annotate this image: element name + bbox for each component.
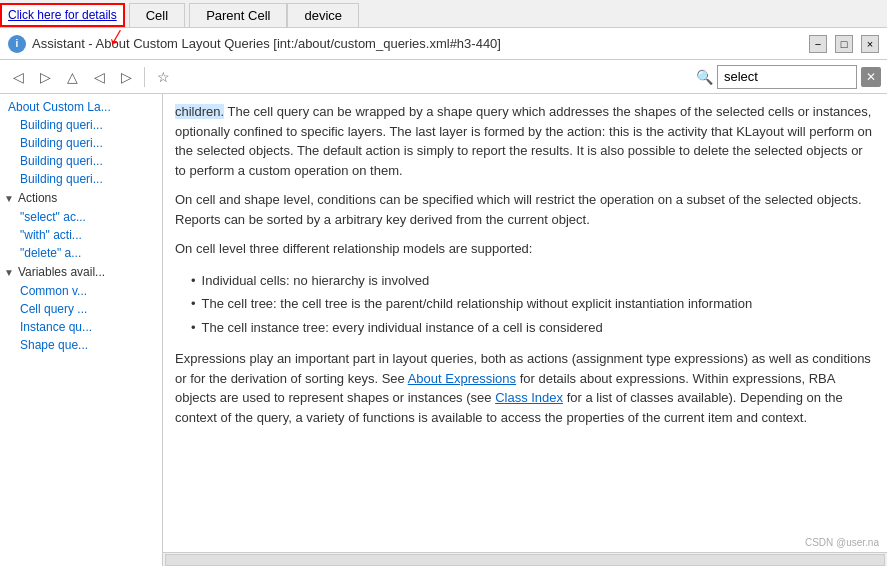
search-icon: 🔍 bbox=[696, 69, 713, 85]
toolbar: ◁ ▷ △ ◁ ▷ ☆ 🔍 ✕ bbox=[0, 60, 887, 94]
about-expressions-link[interactable]: About Expressions bbox=[408, 371, 516, 386]
tab-parent-cell[interactable]: Parent Cell bbox=[189, 3, 287, 27]
close-button[interactable]: × bbox=[861, 35, 879, 53]
sidebar-item-instance[interactable]: Instance qu... bbox=[0, 318, 162, 336]
search-area: 🔍 ✕ bbox=[696, 65, 881, 89]
expand-arrow2-icon: ▼ bbox=[4, 267, 14, 278]
sidebar-item-cell-query[interactable]: Cell query ... bbox=[0, 300, 162, 318]
sidebar-item-with[interactable]: "with" acti... bbox=[0, 226, 162, 244]
content-para3: On cell level three different relationsh… bbox=[175, 239, 875, 259]
sidebar-item-shape[interactable]: Shape que... bbox=[0, 336, 162, 354]
main-layout: About Custom La... Building queri... Bui… bbox=[0, 94, 887, 566]
tab-device[interactable]: device bbox=[287, 3, 359, 27]
top-tab-bar: Click here for details Cell Parent Cell … bbox=[0, 0, 887, 28]
list-item-1: Individual cells: no hierarchy is involv… bbox=[191, 269, 875, 293]
content-wrapper: children. The cell query can be wrapped … bbox=[163, 94, 887, 566]
sidebar-item-build3[interactable]: Building queri... bbox=[0, 152, 162, 170]
content-para2: On cell and shape level, conditions can … bbox=[175, 190, 875, 229]
bookmark-button[interactable]: ☆ bbox=[151, 65, 175, 89]
window-controls: − □ × bbox=[809, 35, 879, 53]
expand-arrow-icon: ▼ bbox=[4, 193, 14, 204]
sidebar-section-variables[interactable]: ▼ Variables avail... bbox=[0, 262, 162, 282]
back2-button[interactable]: ◁ bbox=[87, 65, 111, 89]
sidebar-item-common[interactable]: Common v... bbox=[0, 282, 162, 300]
variables-label: Variables avail... bbox=[18, 265, 105, 279]
sidebar-item-build2[interactable]: Building queri... bbox=[0, 134, 162, 152]
search-clear-button[interactable]: ✕ bbox=[861, 67, 881, 87]
sidebar-item-select[interactable]: "select" ac... bbox=[0, 208, 162, 226]
toolbar-separator bbox=[144, 67, 145, 87]
horizontal-scrollbar[interactable] bbox=[165, 554, 885, 566]
content-list: Individual cells: no hierarchy is involv… bbox=[191, 269, 875, 340]
content-para1: children. The cell query can be wrapped … bbox=[175, 102, 875, 180]
forward-button[interactable]: ▷ bbox=[33, 65, 57, 89]
content-para4: Expressions play an important part in la… bbox=[175, 349, 875, 427]
watermark: CSDN @user.na bbox=[805, 537, 879, 548]
minimize-button[interactable]: − bbox=[809, 35, 827, 53]
sidebar: About Custom La... Building queri... Bui… bbox=[0, 94, 163, 566]
tab-cell[interactable]: Cell bbox=[129, 3, 185, 27]
content-area: children. The cell query can be wrapped … bbox=[163, 94, 887, 552]
maximize-button[interactable]: □ bbox=[835, 35, 853, 53]
click-here-link[interactable]: Click here for details bbox=[0, 3, 125, 27]
list-item-3: The cell instance tree: every individual… bbox=[191, 316, 875, 340]
app-icon: i bbox=[8, 35, 26, 53]
class-index-link[interactable]: Class Index bbox=[495, 390, 563, 405]
up-button[interactable]: △ bbox=[60, 65, 84, 89]
sidebar-item-build1[interactable]: Building queri... bbox=[0, 116, 162, 134]
list-item-2: The cell tree: the cell tree is the pare… bbox=[191, 292, 875, 316]
sidebar-item-about[interactable]: About Custom La... bbox=[0, 98, 162, 116]
sidebar-item-build4[interactable]: Building queri... bbox=[0, 170, 162, 188]
back-button[interactable]: ◁ bbox=[6, 65, 30, 89]
search-input[interactable] bbox=[717, 65, 857, 89]
sidebar-section-actions[interactable]: ▼ Actions bbox=[0, 188, 162, 208]
actions-label: Actions bbox=[18, 191, 57, 205]
bottom-scrollbar-bar bbox=[163, 552, 887, 566]
window-title: Assistant - About Custom Layout Queries … bbox=[32, 36, 809, 51]
title-bar: i Assistant - About Custom Layout Querie… bbox=[0, 28, 887, 60]
forward2-button[interactable]: ▷ bbox=[114, 65, 138, 89]
sidebar-item-delete[interactable]: "delete" a... bbox=[0, 244, 162, 262]
